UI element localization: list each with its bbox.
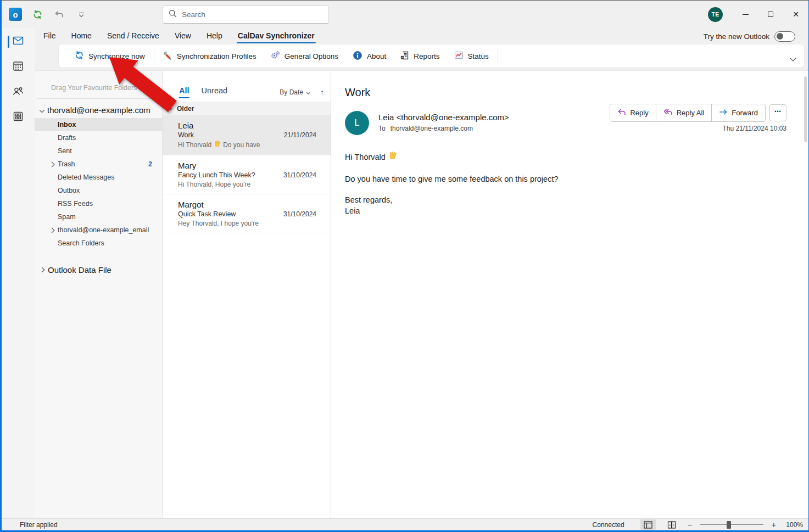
message-preview: Hey Thorvald, I hope you're bbox=[178, 220, 316, 227]
maximize-button[interactable] bbox=[758, 1, 783, 28]
account-root[interactable]: thorvald@one-example.com bbox=[35, 103, 162, 118]
account-name: thorvald@one-example.com bbox=[47, 105, 150, 115]
message-list-header: All Unread By Date ↑ bbox=[163, 71, 331, 102]
message-subject: Fancy Lunch This Week? bbox=[178, 171, 255, 179]
undo-icon[interactable] bbox=[51, 5, 68, 23]
folder-sent[interactable]: Sent bbox=[35, 144, 162, 158]
wrench-icon bbox=[163, 51, 172, 61]
folder-trash[interactable]: Trash 2 bbox=[35, 158, 162, 171]
outlook-data-file-root[interactable]: Outlook Data File bbox=[35, 262, 162, 275]
folder-rss-feeds[interactable]: RSS Feeds bbox=[35, 197, 162, 210]
folder-pane: Drag Your Favourite Folders Here thorval… bbox=[35, 71, 163, 518]
nav-people-button[interactable] bbox=[2, 80, 35, 105]
synchronization-profiles-button[interactable]: Synchronization Profiles bbox=[156, 44, 264, 68]
zoom-level[interactable]: 100% bbox=[784, 521, 803, 529]
reply-all-button[interactable]: Reply All bbox=[656, 104, 712, 121]
email-actions: Reply Reply All bbox=[610, 104, 786, 122]
connection-status: Connected bbox=[593, 521, 624, 529]
tab-view[interactable]: View bbox=[167, 29, 199, 44]
sync-icon bbox=[75, 51, 84, 61]
quick-access-toolbar: o bbox=[7, 1, 90, 28]
selected-indicator bbox=[8, 36, 9, 48]
minimize-button[interactable] bbox=[733, 1, 758, 28]
group-header-older[interactable]: Older bbox=[163, 102, 331, 115]
body-greeting: Hi Thorvald bbox=[345, 152, 386, 163]
about-button[interactable]: About bbox=[345, 44, 393, 68]
wave-emoji-icon bbox=[388, 152, 397, 164]
synchronization-profiles-label: Synchronization Profiles bbox=[177, 52, 256, 60]
folder-drafts[interactable]: Drafts bbox=[35, 131, 162, 144]
try-new-outlook-label: Try the new Outlook bbox=[704, 32, 769, 41]
filter-status: Filter applied bbox=[2, 521, 58, 529]
nav-calendar-button[interactable] bbox=[2, 54, 35, 80]
reply-icon bbox=[617, 108, 626, 117]
outlook-logo-icon[interactable]: o bbox=[7, 5, 24, 23]
tab-help[interactable]: Help bbox=[199, 29, 230, 44]
folder-spam[interactable]: Spam bbox=[35, 210, 162, 223]
zoom-slider-handle[interactable] bbox=[727, 521, 731, 529]
status-label: Status bbox=[468, 52, 489, 60]
new-outlook-toggle[interactable] bbox=[774, 31, 795, 42]
chevron-right-icon bbox=[49, 161, 55, 167]
message-list-pane: All Unread By Date ↑ Older bbox=[163, 71, 331, 518]
folder-deleted-messages[interactable]: Deleted Messages bbox=[35, 171, 162, 184]
message-sender: Mary bbox=[178, 161, 316, 170]
people-icon bbox=[12, 85, 25, 100]
reading-view-button[interactable] bbox=[664, 519, 679, 530]
status-bar: Filter applied Connected − + 100% bbox=[2, 518, 808, 530]
reply-button[interactable]: Reply bbox=[610, 104, 655, 121]
apps-grid-icon bbox=[12, 110, 25, 125]
sender-avatar[interactable]: L bbox=[345, 111, 369, 135]
to-label: To bbox=[378, 125, 386, 132]
customize-toolbar-chevron-icon[interactable] bbox=[73, 5, 90, 23]
zoom-slider[interactable] bbox=[700, 521, 763, 529]
tab-caldav-synchronizer[interactable]: CalDav Synchronizer bbox=[230, 29, 322, 44]
message-row-mary[interactable]: Mary Fancy Lunch This Week? 31/10/2024 H… bbox=[163, 155, 331, 194]
search-input[interactable] bbox=[182, 10, 323, 19]
folder-inbox[interactable]: Inbox bbox=[35, 118, 162, 131]
ribbon-separator bbox=[498, 49, 498, 63]
sort-direction-button[interactable]: ↑ bbox=[320, 88, 324, 97]
sender-name[interactable]: Leia <thorvald@one-example.com> bbox=[378, 111, 509, 122]
scrollbar[interactable] bbox=[804, 76, 807, 513]
synchronize-now-button[interactable]: Synchronize now bbox=[68, 44, 152, 68]
chevron-down-icon bbox=[306, 90, 310, 94]
message-date: 31/10/2024 bbox=[283, 171, 316, 179]
reports-button[interactable]: Reports bbox=[393, 44, 447, 68]
sort-by-dropdown[interactable]: By Date bbox=[280, 88, 310, 96]
status-button[interactable]: Status bbox=[447, 44, 496, 68]
filter-tab-all[interactable]: All bbox=[179, 86, 189, 98]
nav-apps-button[interactable] bbox=[2, 105, 35, 130]
message-row-leia[interactable]: Leia Work 21/11/2024 Hi Thorvald bbox=[163, 115, 331, 155]
tab-send-receive[interactable]: Send / Receive bbox=[99, 29, 167, 44]
folder-search-folders[interactable]: Search Folders bbox=[35, 237, 162, 250]
tab-home[interactable]: Home bbox=[64, 29, 99, 44]
tab-file[interactable]: File bbox=[36, 29, 64, 44]
more-actions-button[interactable]: ••• bbox=[769, 104, 786, 121]
zoom-out-button[interactable]: − bbox=[688, 520, 692, 529]
user-avatar[interactable]: TE bbox=[708, 7, 723, 22]
nav-mail-button[interactable] bbox=[2, 29, 35, 54]
normal-view-button[interactable] bbox=[640, 519, 656, 530]
filter-tab-unread[interactable]: Unread bbox=[202, 86, 228, 98]
message-preview: Hi Thorvald Do you have bbox=[178, 141, 316, 149]
reading-pane: Work L Leia <thorvald@one-example.com> T… bbox=[331, 71, 808, 518]
search-icon bbox=[169, 9, 177, 20]
folder-outbox[interactable]: Outbox bbox=[35, 184, 162, 197]
message-row-margot[interactable]: Margot Quick Task Review 31/10/2024 Hey … bbox=[163, 194, 331, 233]
collapse-ribbon-chevron-icon[interactable] bbox=[791, 53, 795, 63]
to-address[interactable]: thorvald@one-example.com bbox=[390, 125, 473, 132]
general-options-button[interactable]: General Options bbox=[264, 44, 345, 68]
close-button[interactable]: ✕ bbox=[783, 1, 808, 28]
calendar-icon bbox=[12, 59, 25, 75]
info-icon bbox=[353, 51, 362, 62]
forward-button[interactable]: Forward bbox=[711, 104, 765, 121]
search-box[interactable] bbox=[163, 5, 329, 24]
send-receive-refresh-icon[interactable] bbox=[29, 5, 46, 23]
chevron-right-icon bbox=[40, 267, 45, 273]
favourite-folders-hint: Drag Your Favourite Folders Here bbox=[35, 71, 162, 98]
message-sender: Margot bbox=[178, 200, 316, 209]
general-options-label: General Options bbox=[284, 52, 338, 60]
folder-email-account[interactable]: thorvald@one-example_email bbox=[35, 223, 162, 237]
zoom-in-button[interactable]: + bbox=[772, 520, 776, 529]
